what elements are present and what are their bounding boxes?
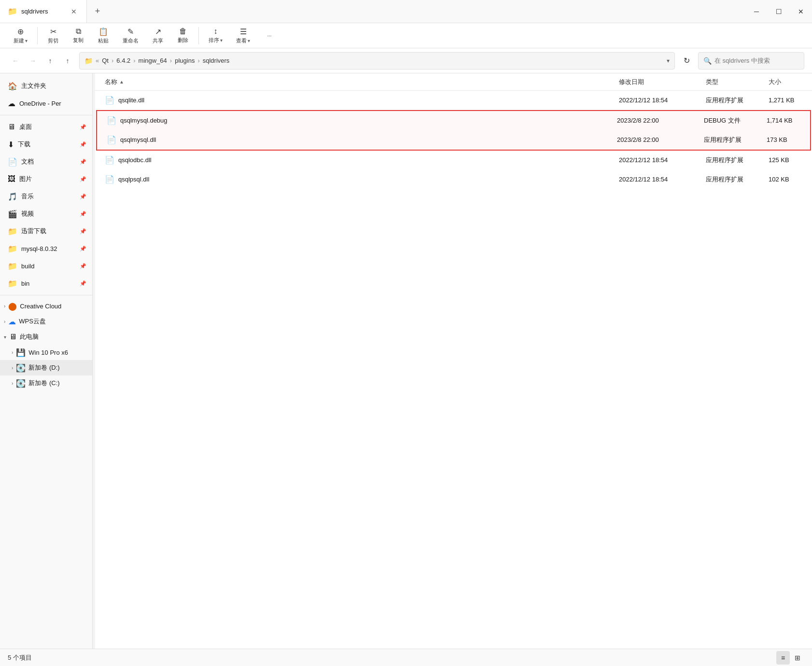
new-tab-button[interactable]: + [89,3,106,20]
sidebar-item-this-pc[interactable]: ▾ 🖥 此电脑 [0,329,92,345]
col-header-name[interactable]: 名称 ▲ [105,73,619,90]
sidebar-item-downloads[interactable]: ⬇ 下载 📌 [0,136,92,153]
videos-icon: 🎬 [8,209,17,219]
tab-label: sqldrivers [21,8,48,15]
up-recent-button[interactable]: ↑ [42,53,58,69]
bin-pin-icon: 📌 [80,280,86,287]
sidebar-item-desktop[interactable]: 🖥 桌面 📌 [0,118,92,136]
file-size: 1,271 KB [769,97,812,104]
col-header-size[interactable]: 大小 [769,73,812,90]
build-icon: 📁 [8,262,17,271]
file-date: 2022/12/12 18:54 [619,97,706,104]
share-label: 共享 [153,37,163,44]
table-row[interactable]: 📄 qsqlodbc.dll 2022/12/12 18:54 应用程序扩展 1… [95,151,812,170]
file-type: 应用程序扩展 [706,156,769,165]
sidebar-item-build[interactable]: 📁 build 📌 [0,257,92,275]
list-view-button[interactable]: ≡ [776,651,790,665]
sidebar-item-new-volume-d[interactable]: › 💽 新加卷 (D:) [0,360,92,375]
sidebar-item-wps[interactable]: › ☁ WPS云盘 [0,314,92,329]
new-label: 新建 [14,37,24,44]
new-volume-d-expand-icon: › [12,365,13,371]
new-button[interactable]: ⊕ 新建 ▾ [8,25,33,46]
sidebar-item-documents[interactable]: 📄 文档 📌 [0,153,92,170]
window-close-button[interactable]: ✕ [790,0,812,23]
sidebar-item-new-volume-c[interactable]: › 💽 新加卷 (C:) [0,375,92,391]
sidebar-item-pictures[interactable]: 🖼 图片 📌 [0,170,92,188]
more-button[interactable]: ··· [258,25,281,46]
sidebar-documents-label: 文档 [21,157,76,166]
more-label: ··· [267,33,271,39]
sidebar-item-creative-cloud[interactable]: › ⬤ Creative Cloud [0,298,92,314]
sidebar-new-volume-c-label: 新加卷 (C:) [28,379,59,388]
documents-icon: 📄 [8,157,17,166]
sidebar-item-videos[interactable]: 🎬 视频 📌 [0,205,92,222]
rename-label: 重命名 [123,37,139,44]
table-row[interactable]: 📄 qsqlpsql.dll 2022/12/12 18:54 应用程序扩展 1… [95,170,812,189]
sidebar-item-onedrive[interactable]: ☁ OneDrive - Per [0,95,92,112]
search-box[interactable]: 🔍 [698,52,804,69]
sidebar-onedrive-label: OneDrive - Per [19,100,86,107]
new-volume-d-icon: 💽 [16,363,26,373]
file-size: 102 KB [769,176,812,183]
nav-buttons: ← → ↑ ↑ [8,53,75,69]
table-row[interactable]: 📄 qsqlmysql.dll 2023/2/8 22:00 应用程序扩展 17… [97,130,810,150]
file-icon: 📄 [107,135,116,144]
address-path[interactable]: 📁 « Qt › 6.4.2 › mingw_64 › plugins › sq… [79,52,675,69]
sidebar-pictures-label: 图片 [19,175,76,183]
minimize-button[interactable]: ─ [745,0,768,23]
tab-bar: 📁 sqldrivers ✕ + [0,0,745,23]
sidebar-item-bin[interactable]: 📁 bin 📌 [0,275,92,292]
file-size: 125 KB [769,156,812,164]
copy-button[interactable]: ⧉ 复制 [67,25,90,46]
onedrive-icon: ☁ [8,99,15,108]
toolbar: ⊕ 新建 ▾ ✂ 剪切 ⧉ 复制 📋 粘贴 ✎ 重命名 ↗ 共享 🗑 删除 ↕ … [0,23,812,48]
view-button[interactable]: ☰ 查看 ▾ [230,25,256,46]
file-name: qsqlmysql.dll [120,136,156,143]
refresh-button[interactable]: ↻ [679,53,694,69]
window-controls: ─ ☐ ✕ [745,0,812,23]
col-header-type[interactable]: 类型 [706,73,769,90]
sidebar-win10-label: Win 10 Pro x6 [28,349,68,356]
table-row[interactable]: 📄 qsqlmysql.debug 2023/2/8 22:00 DEBUG 文… [97,111,810,130]
view-label: 查看 [236,37,247,44]
xunlei-pin-icon: 📌 [80,228,86,235]
xunlei-icon: 📁 [8,227,17,236]
file-name: qsqlpsql.dll [118,176,149,183]
file-area: 名称 ▲ 修改日期 类型 大小 📄 qsqlite.dll 2022/12/12… [95,73,812,649]
desktop-pin-icon: 📌 [80,124,86,130]
sidebar-item-home[interactable]: 🏠 主文件夹 [0,77,92,95]
file-date: 2023/2/8 22:00 [617,117,704,124]
share-button[interactable]: ↗ 共享 [146,25,169,46]
sort-button[interactable]: ↕ 排序 ▾ [203,25,228,46]
status-item-count: 5 个项目 [8,653,772,662]
tab-close-button[interactable]: ✕ [69,7,79,16]
back-button[interactable]: ← [8,53,23,69]
sidebar-bin-label: bin [21,280,76,287]
rename-button[interactable]: ✎ 重命名 [117,25,144,46]
cut-button[interactable]: ✂ 剪切 [42,25,65,46]
sidebar-item-mysql[interactable]: 📁 mysql-8.0.32 📌 [0,240,92,257]
up-button[interactable]: ↑ [60,53,75,69]
creative-cloud-expand-icon: › [4,304,5,309]
col-header-date[interactable]: 修改日期 [619,73,706,90]
sidebar-item-win10[interactable]: › 💾 Win 10 Pro x6 [0,345,92,360]
grid-view-button[interactable]: ⊞ [791,651,804,665]
paste-button[interactable]: 📋 粘贴 [92,25,115,46]
file-name: qsqlodbc.dll [118,156,152,164]
forward-button[interactable]: → [25,53,41,69]
active-tab[interactable]: 📁 sqldrivers ✕ [0,0,87,23]
sidebar-videos-label: 视频 [21,209,76,218]
sidebar-xunlei-label: 迅雷下载 [21,227,76,236]
col-name-label: 名称 [105,78,117,86]
table-row[interactable]: 📄 qsqlite.dll 2022/12/12 18:54 应用程序扩展 1,… [95,91,812,110]
search-input[interactable] [714,57,797,64]
this-pc-icon: 🖥 [9,333,17,341]
maximize-button[interactable]: ☐ [768,0,790,23]
sidebar-downloads-label: 下载 [18,140,76,149]
file-list: 📄 qsqlite.dll 2022/12/12 18:54 应用程序扩展 1,… [95,91,812,649]
delete-button[interactable]: 🗑 删除 [171,25,195,46]
sidebar-item-xunlei[interactable]: 📁 迅雷下载 📌 [0,222,92,240]
sidebar-item-music[interactable]: 🎵 音乐 📌 [0,188,92,205]
music-icon: 🎵 [8,192,17,201]
file-icon: 📄 [105,96,114,105]
